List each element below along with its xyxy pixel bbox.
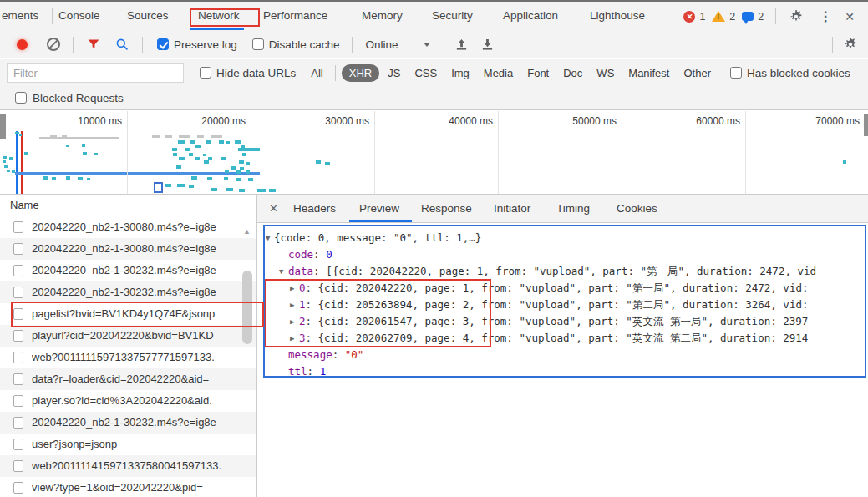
record-button[interactable]	[17, 39, 28, 50]
import-har-icon[interactable]	[455, 38, 468, 51]
message-icon[interactable]	[742, 12, 754, 21]
detail-tab-headers[interactable]: Headers	[293, 195, 336, 222]
request-row[interactable]: pagelist?bvid=BV1KD4y1Q74F&jsonp	[0, 303, 256, 325]
overview-left-handle[interactable]	[0, 114, 6, 139]
type-chip-img[interactable]: Img	[445, 64, 475, 82]
type-chip-media[interactable]: Media	[478, 64, 519, 82]
blocked-requests-label[interactable]: Blocked Requests	[33, 92, 124, 104]
expanded-arrow-icon[interactable]: ▼	[266, 230, 270, 246]
tab-sources[interactable]: Sources	[127, 2, 169, 30]
file-icon	[13, 330, 23, 342]
request-row[interactable]: 202042220_nb2-1-30232.m4s?e=ig8e	[0, 412, 256, 434]
waterfall-dot	[189, 153, 193, 156]
waterfall-dot	[177, 184, 185, 187]
preview-line[interactable]: ▶0: {cid: 202042220, page: 1, from: "vup…	[257, 280, 868, 297]
detail-tab-initiator[interactable]: Initiator	[494, 195, 530, 222]
collapsed-arrow-icon[interactable]: ▶	[290, 330, 294, 347]
close-detail-icon[interactable]: ✕	[269, 195, 278, 222]
timeline-tick-label: 10000 ms	[55, 115, 122, 127]
detail-tab-timing[interactable]: Timing	[556, 195, 590, 222]
tab-network[interactable]: Network	[198, 2, 240, 30]
name-column-header[interactable]: Name	[0, 195, 256, 216]
detail-tab-preview[interactable]: Preview	[359, 195, 399, 222]
request-row[interactable]: data?r=loader&cid=202042220&aid=	[0, 368, 256, 390]
tab-security[interactable]: Security	[432, 2, 473, 30]
request-row[interactable]: player.so?id=cid%3A202042220&aid.	[0, 390, 256, 412]
waterfall-dot	[239, 160, 244, 164]
request-row[interactable]: view?type=1&oid=202042220&pid=	[0, 477, 256, 497]
timeline-overview[interactable]: 10000 ms20000 ms30000 ms40000 ms50000 ms…	[0, 111, 868, 195]
error-icon[interactable]: ✕	[683, 11, 695, 23]
type-chip-all[interactable]: All	[305, 64, 328, 82]
more-menu-icon[interactable]: ⋮	[819, 11, 832, 23]
hide-data-urls-checkbox[interactable]	[200, 67, 211, 79]
collapsed-arrow-icon[interactable]: ▶	[290, 313, 294, 330]
clear-icon[interactable]	[47, 38, 60, 51]
preview-line[interactable]: ▼{code: 0, message: "0", ttl: 1,…}	[257, 230, 868, 246]
throttling-select[interactable]: Online	[366, 38, 398, 51]
export-har-icon[interactable]	[481, 38, 494, 51]
type-chip-other[interactable]: Other	[678, 64, 717, 82]
preview-line[interactable]: ▼data: [{cid: 202042220, page: 1, from: …	[257, 263, 868, 280]
tab-memory[interactable]: Memory	[362, 2, 403, 30]
tab-application[interactable]: Application	[503, 2, 558, 30]
close-devtools-icon[interactable]: ✕	[845, 10, 855, 23]
preview-line[interactable]: ▶1: {cid: 205263894, page: 2, from: "vup…	[257, 297, 868, 313]
request-row[interactable]: web?00111115971337577771597133.	[0, 347, 256, 368]
disable-cache-checkbox[interactable]	[252, 38, 264, 50]
collapsed-arrow-icon[interactable]: ▶	[290, 280, 294, 297]
detail-tab-response[interactable]: Response	[421, 195, 472, 222]
error-count[interactable]: 1	[699, 11, 705, 23]
waterfall-dot	[206, 140, 211, 144]
preview-line[interactable]: ▶3: {cid: 202062709, page: 4, from: "vup…	[257, 330, 868, 347]
collapsed-arrow-icon[interactable]: ▶	[290, 297, 294, 313]
warning-count[interactable]: 2	[729, 11, 735, 23]
waterfall-dot	[62, 135, 67, 138]
type-chip-xhr[interactable]: XHR	[342, 64, 379, 82]
type-chip-doc[interactable]: Doc	[557, 64, 588, 82]
scroll-up-icon[interactable]: ▲	[243, 227, 251, 236]
type-chip-font[interactable]: Font	[521, 64, 555, 82]
waterfall-dot	[78, 177, 83, 180]
request-row[interactable]: 202042220_nb2-1-30080.m4s?e=ig8e	[0, 216, 256, 238]
tab-console[interactable]: Console	[58, 2, 100, 30]
request-row[interactable]: 202042220_nb2-1-30080.m4s?e=ig8e	[0, 238, 256, 260]
filter-toggle-icon[interactable]	[87, 38, 100, 51]
separator	[335, 65, 336, 81]
network-settings-gear-icon[interactable]	[843, 37, 858, 52]
request-row[interactable]: 202042220_nb2-1-30232.m4s?e=ig8e	[0, 260, 256, 281]
preserve-log-label[interactable]: Preserve log	[174, 38, 237, 51]
type-chip-css[interactable]: CSS	[409, 64, 443, 82]
has-blocked-cookies-label[interactable]: Has blocked cookies	[747, 67, 850, 79]
waterfall-dot	[3, 156, 7, 159]
warning-icon[interactable]	[712, 11, 725, 22]
search-icon[interactable]	[115, 38, 129, 51]
hide-data-urls-label[interactable]: Hide data URLs	[216, 67, 296, 79]
tab-lighthouse[interactable]: Lighthouse	[590, 2, 645, 30]
preview-line[interactable]: ▶2: {cid: 202061547, page: 3, from: "vup…	[257, 313, 868, 330]
tab-performance[interactable]: Performance	[263, 2, 327, 30]
preserve-log-checkbox[interactable]	[157, 38, 169, 50]
request-name: web?00111115971337577771597133.	[32, 347, 236, 368]
request-row[interactable]: 202042220_nb2-1-30232.m4s?e=ig8e	[0, 281, 256, 303]
message-count[interactable]: 2	[758, 11, 764, 23]
preview-line-text: 2: {cid: 202061547, page: 3, from: "vupl…	[299, 313, 808, 330]
expanded-arrow-icon[interactable]: ▼	[279, 263, 283, 280]
type-chip-js[interactable]: JS	[382, 64, 406, 82]
preview-line-text: message: "0"	[288, 347, 363, 363]
scrollbar-thumb[interactable]	[242, 271, 252, 344]
request-name: 202042220_nb2-1-30080.m4s?e=ig8e	[32, 238, 236, 260]
tab-ements[interactable]: ements	[2, 2, 38, 30]
blocked-requests-checkbox[interactable]	[15, 92, 27, 104]
has-blocked-cookies-checkbox[interactable]	[730, 67, 742, 79]
detail-tab-cookies[interactable]: Cookies	[617, 195, 657, 222]
settings-gear-icon[interactable]	[789, 9, 804, 24]
type-chip-ws[interactable]: WS	[591, 64, 620, 82]
type-chip-manifest[interactable]: Manifest	[622, 64, 675, 82]
request-row[interactable]: playurl?cid=202042220&bvid=BV1KD	[0, 325, 256, 347]
request-row[interactable]: web?001111415971337580041597133.	[0, 455, 256, 477]
chevron-down-icon[interactable]	[424, 43, 430, 47]
request-row[interactable]: user?jsonp=jsonp	[0, 434, 256, 455]
filter-input[interactable]	[7, 63, 184, 83]
disable-cache-label[interactable]: Disable cache	[269, 38, 340, 51]
